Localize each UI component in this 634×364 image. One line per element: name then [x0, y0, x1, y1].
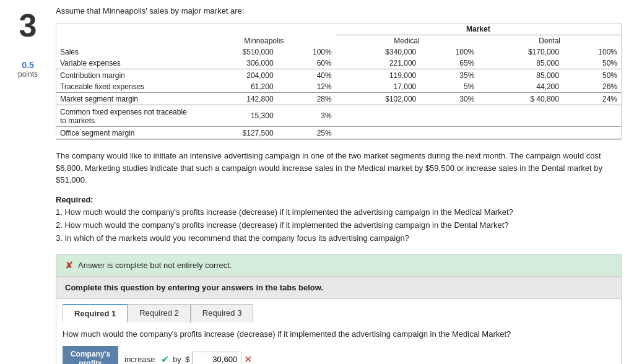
tab-required-1[interactable]: Required 1 [63, 304, 128, 323]
increase-text: increase [122, 353, 157, 364]
tab-required-2[interactable]: Required 2 [128, 304, 191, 323]
by-text: by [173, 355, 181, 364]
tab-required-3[interactable]: Required 3 [191, 304, 254, 323]
tabs-row: Required 1 Required 2 Required 3 [56, 299, 621, 323]
market-header: Market [336, 24, 621, 35]
answer-instruction: Complete this question by entering your … [56, 277, 621, 299]
table-row: Variable expenses 306,000 60% 221,000 65… [56, 58, 621, 69]
question-number: 3 [19, 9, 37, 41]
required-section: Required: 1. How much would the company'… [56, 194, 622, 245]
table-row: Common fixed expenses not traceable to m… [56, 105, 621, 127]
market-table: Market Minneapolis Medical Dental Sales … [56, 23, 622, 140]
input-row: Company's profits increase ✔ by $ ✕ [63, 346, 615, 364]
amount-input[interactable] [192, 352, 241, 364]
description-text: The company would like to initiate an in… [56, 150, 622, 186]
table-row: Office segment margin $127,500 25% [56, 127, 621, 139]
amount-input-wrapper: $ ✕ [185, 352, 252, 364]
tab1-question: How much would the company's profits inc… [63, 329, 615, 340]
col-dental: Dental [478, 35, 621, 47]
points-value: 0.5 [18, 60, 38, 70]
table-row: Contribution margin 204,000 40% 119,000 … [56, 69, 621, 82]
table-row: Sales $510,000 100% $340,000 100% $170,0… [56, 46, 621, 58]
dollar-sign: $ [185, 355, 189, 364]
clear-icon[interactable]: ✕ [244, 353, 252, 364]
table-row: Traceable fixed expenses 61,200 12% 17,0… [56, 81, 621, 93]
answer-status-bar: ✘ Answer is complete but not entirely co… [56, 254, 621, 277]
check-icon: ✔ [161, 353, 169, 364]
error-icon: ✘ [65, 259, 73, 271]
tab1-content: How much would the company's profits inc… [56, 323, 621, 364]
answer-box: ✘ Answer is complete but not entirely co… [56, 254, 622, 364]
col-minneapolis: Minneapolis [193, 35, 336, 47]
table-row: Market segment margin 142,800 28% $102,0… [56, 93, 621, 105]
company-profits-label: Company's profits [63, 346, 118, 364]
col-medical: Medical [336, 35, 479, 47]
question-title: Assume that Minneapolis' sales by major … [56, 6, 622, 15]
points-label: points [18, 70, 38, 79]
answer-status-text: Answer is complete but not entirely corr… [78, 261, 232, 270]
